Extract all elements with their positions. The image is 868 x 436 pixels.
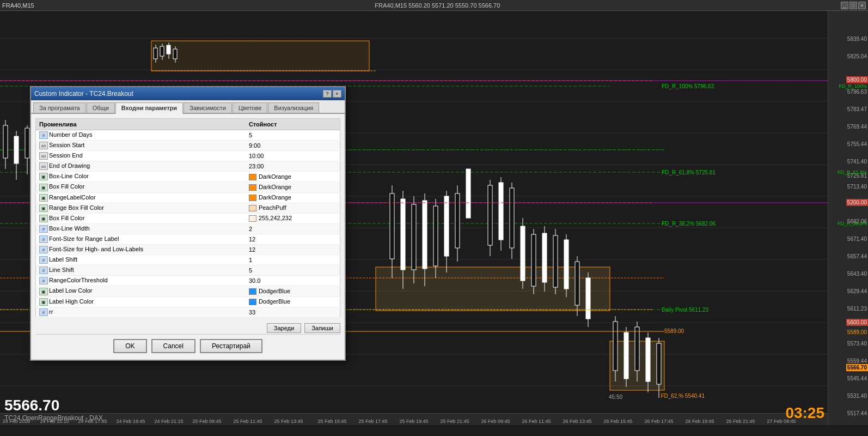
price-5657: 5657.44 <box>847 253 867 259</box>
svg-rect-43 <box>160 46 164 56</box>
param-value-text: 9:00 <box>249 142 260 149</box>
close-button[interactable]: × <box>858 2 866 9</box>
reset-button[interactable]: Зареди <box>267 323 301 333</box>
svg-rect-55 <box>423 201 427 269</box>
minimize-button[interactable]: _ <box>841 2 848 9</box>
param-value[interactable]: 33 <box>246 307 340 317</box>
fd-r100-label: FD_R_100% 5796.63 <box>662 83 714 89</box>
svg-rect-93 <box>657 343 661 384</box>
table-row[interactable]: ▣Range Box Fill ColorPeachPuff <box>36 203 340 213</box>
tab-colors[interactable]: Цветове <box>233 102 267 113</box>
table-row[interactable]: abSession End10:00 <box>36 151 340 161</box>
table-row[interactable]: #RangeColorThreshold30.0 <box>36 276 340 286</box>
restart-button[interactable]: Рестартирай <box>200 339 262 353</box>
svg-rect-67 <box>499 183 503 240</box>
svg-rect-25 <box>3 125 8 158</box>
svg-rect-89 <box>635 327 639 371</box>
table-row[interactable]: ▣Box Fill Color255,242,232 <box>36 213 340 223</box>
time-label-12: 26 Feb 09:45 <box>481 419 510 424</box>
param-value-text: 5 <box>249 267 252 274</box>
dialog-close-button[interactable]: × <box>333 90 341 98</box>
param-value[interactable]: 9:00 <box>246 141 340 151</box>
param-value[interactable]: DodgerBlue <box>246 296 340 307</box>
param-value[interactable]: 30.0 <box>246 276 340 286</box>
table-row[interactable]: #rr33 <box>36 307 340 317</box>
tab-general[interactable]: Общи <box>87 102 115 113</box>
svg-rect-29 <box>25 128 29 158</box>
time-label-11: 25 Feb 21:45 <box>440 419 469 424</box>
table-row[interactable]: ▣Label High ColorDodgerBlue <box>36 296 340 307</box>
svg-rect-91 <box>646 338 650 382</box>
fd-r100-right: FD_R_100% <box>839 83 867 89</box>
bottom-time: 03:25 <box>785 404 824 422</box>
table-row[interactable]: ▣Label Low ColorDodgerBlue <box>36 286 340 296</box>
param-value[interactable]: DodgerBlue <box>246 286 340 296</box>
tab-visualization[interactable]: Визуализация <box>268 102 319 113</box>
color-swatch <box>249 195 256 201</box>
param-value-text: 12 <box>249 246 255 253</box>
params-table: Променлива Стойност #Number of Days5abSe… <box>35 118 340 318</box>
apply-button[interactable]: Запиши <box>304 323 340 333</box>
color-icon: ▣ <box>39 298 48 306</box>
col-variable-header: Променлива <box>36 119 246 130</box>
param-value[interactable]: 12 <box>246 245 340 255</box>
tab-input-params[interactable]: Входни параметри <box>115 102 183 114</box>
ok-button[interactable]: OK <box>113 339 146 353</box>
param-value[interactable]: 255,242,232 <box>246 213 340 223</box>
dialog-bottom-buttons: OK Cancel Рестартирай <box>35 334 340 355</box>
table-row[interactable]: ▣RangeLabelColorDarkOrange <box>36 192 340 203</box>
param-value[interactable]: 12 <box>246 234 340 244</box>
table-row[interactable]: #Line Shift5 <box>36 265 340 276</box>
table-row[interactable]: abSession Start9:00 <box>36 141 340 151</box>
param-value[interactable]: 1 <box>246 255 340 265</box>
table-row[interactable]: ▣Box-Line ColorDarkOrange <box>36 172 340 182</box>
param-value[interactable]: 23:00 <box>246 161 340 172</box>
param-value-text: 2 <box>249 226 252 232</box>
table-row[interactable]: #Label Shift1 <box>36 255 340 265</box>
param-name: Session End <box>49 152 83 159</box>
param-value[interactable]: DarkOrange <box>246 182 340 192</box>
param-value-text: 10:00 <box>249 153 264 159</box>
fd-r382-right: FD_R_38,2% <box>838 221 867 226</box>
param-name: Label Low Color <box>49 287 93 294</box>
bottom-price: 5566.70 <box>4 397 103 414</box>
color-swatch <box>249 174 256 180</box>
maximize-button[interactable]: □ <box>849 2 857 9</box>
param-value-text: 33 <box>249 309 255 316</box>
param-name: rr <box>49 308 53 315</box>
table-row[interactable]: #Number of Days5 <box>36 130 340 141</box>
param-value[interactable]: 5 <box>246 265 340 276</box>
table-row[interactable]: #Font-Size for Range Label12 <box>36 234 340 244</box>
price-5545: 5545.44 <box>847 376 867 382</box>
param-name: Label High Color <box>49 298 94 305</box>
svg-rect-27 <box>14 136 19 164</box>
param-name: Box Fill Color <box>49 215 84 221</box>
price-5755: 5755.44 <box>847 141 867 147</box>
cancel-button[interactable]: Cancel <box>151 339 195 353</box>
tab-dependencies[interactable]: Зависимости <box>184 102 232 113</box>
bottom-name: TC24.OpenRangeBreakout - DAX <box>4 414 103 422</box>
num-icon: # <box>39 246 48 253</box>
svg-text:45:50: 45:50 <box>609 394 622 400</box>
price-5839: 5839.40 <box>847 36 867 42</box>
svg-rect-57 <box>433 206 438 266</box>
color-icon: ▣ <box>39 184 48 191</box>
param-value[interactable]: 10:00 <box>246 151 340 161</box>
dialog-title: Custom Indicator - TC24.Breakout <box>34 90 133 98</box>
table-row[interactable]: ▣Box Fill ColorDarkOrange <box>36 182 340 192</box>
ab-icon: ab <box>39 142 48 149</box>
tab-about[interactable]: За програмата <box>33 102 86 113</box>
param-value[interactable]: 2 <box>246 223 340 234</box>
param-value[interactable]: DarkOrange <box>246 192 340 203</box>
dialog-help-button[interactable]: ? <box>323 90 332 98</box>
price-axis: 5839.40 5825.04 5800.00 5796.63 5783.47 … <box>828 11 868 425</box>
table-row[interactable]: abEnd of Drawing23:00 <box>36 161 340 172</box>
param-value[interactable]: DarkOrange <box>246 172 340 182</box>
table-row[interactable]: #Font-Size for High- and Low-Labels12 <box>36 245 340 255</box>
param-value[interactable]: 5 <box>246 130 340 141</box>
price-5671: 5671.40 <box>847 236 867 242</box>
custom-indicator-dialog[interactable]: Custom Indicator - TC24.Breakout ? × За … <box>30 86 346 361</box>
table-row[interactable]: #Box-Line Width2 <box>36 223 340 234</box>
chart-title: FRA40,M15 <box>2 2 34 9</box>
param-value[interactable]: PeachPuff <box>246 203 340 213</box>
